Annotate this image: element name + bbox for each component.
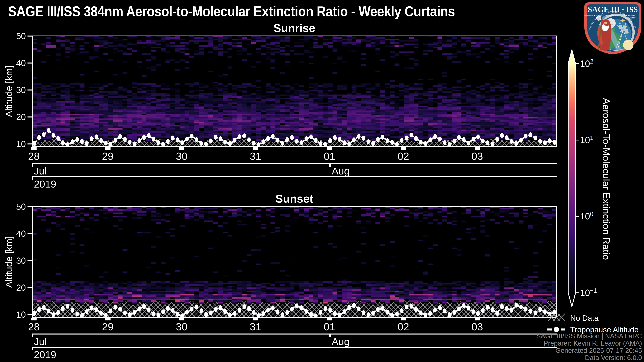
month-aug-tick — [330, 335, 331, 337]
x-day-tick — [31, 318, 36, 321]
x-day-tick — [253, 147, 258, 150]
x-day-tick-label: 30 — [166, 150, 197, 162]
y-tick-label: 30 — [2, 256, 26, 266]
page-title: SAGE III/ISS 384nm Aerosol-to-Molecular … — [8, 3, 455, 19]
x-day-tick — [179, 147, 184, 150]
y-tick-label: 30 — [2, 85, 26, 95]
x-day-tick — [31, 147, 36, 150]
sunset-heatmap — [32, 206, 557, 318]
x-day-tick-label: 01 — [314, 321, 344, 333]
x-day-tick — [179, 318, 184, 321]
colorbar-tick-label: 10−1 — [580, 287, 597, 298]
x-day-tick-label: 31 — [240, 150, 271, 162]
sunset-panel-title: Sunset — [32, 192, 557, 205]
x-day-tick-label: 29 — [93, 150, 123, 162]
no-data-legend-label: No Data — [570, 314, 598, 323]
y-tick-label: 50 — [2, 202, 26, 212]
year-axis-line — [32, 176, 557, 177]
credits-block: SAGE III/ISS Mission | NASA LaRCPreparer… — [536, 333, 642, 361]
x-day-tick-label: 03 — [462, 150, 492, 162]
x-day-tick-label: 03 — [462, 321, 492, 333]
y-tick — [28, 314, 32, 315]
x-day-tick-label: 29 — [93, 321, 123, 333]
colorbar-tick-label: 101 — [580, 134, 593, 145]
colorbar-ticks — [576, 64, 579, 293]
y-tick-label: 40 — [2, 229, 26, 239]
y-tick-label: 10 — [2, 310, 26, 320]
year-start-tick — [32, 177, 33, 180]
month-axis-line — [32, 334, 557, 335]
y-tick — [28, 62, 32, 63]
x-day-tick — [253, 318, 258, 321]
month-label-jul: Jul — [34, 336, 47, 348]
month-axis-line — [32, 163, 557, 164]
x-day-tick — [401, 147, 406, 150]
y-tick — [28, 35, 32, 36]
sunrise-heatmap — [32, 35, 557, 147]
x-day-tick — [105, 147, 110, 150]
colorbar-gradient-arrow — [568, 50, 576, 307]
logo-moon-crater-2 — [611, 24, 613, 25]
y-tick-label: 20 — [2, 283, 26, 293]
logo-sun — [623, 40, 634, 50]
colorbar-tick-label: 102 — [580, 58, 593, 69]
y-tick — [28, 116, 32, 117]
x-day-tick-label: 02 — [388, 321, 418, 333]
colorbar-axis-label: Aerosol-To-Molecular Extinction Ratio — [601, 70, 612, 288]
y-tick — [28, 233, 32, 234]
colorbar-tick-label: 100 — [580, 211, 593, 221]
y-tick — [28, 89, 32, 90]
colorbar — [567, 48, 602, 310]
y-tick-label: 10 — [2, 139, 26, 149]
year-axis-line — [32, 347, 557, 348]
x-day-tick-label: 28 — [19, 321, 49, 333]
mission-logo: SAGE III · ISS Stratospheric Aerosol and… — [583, 2, 642, 55]
x-day-tick-label: 31 — [240, 321, 271, 333]
x-day-tick-label: 28 — [19, 150, 49, 162]
month-label-jul: Jul — [34, 165, 47, 177]
x-day-tick — [105, 318, 110, 321]
figure-canvas: SAGE III/ISS 384nm Aerosol-to-Molecular … — [0, 0, 644, 362]
x-day-tick — [401, 318, 406, 321]
y-tick — [28, 143, 32, 144]
month-label-aug: Aug — [332, 336, 350, 348]
month-start-tick — [32, 164, 33, 167]
year-label: 2019 — [34, 349, 56, 361]
x-day-tick-label: 02 — [388, 150, 418, 162]
y-tick — [28, 287, 32, 288]
year-start-tick — [32, 348, 33, 350]
x-day-tick-label: 01 — [314, 150, 344, 162]
x-day-tick-label: 30 — [166, 321, 197, 333]
y-tick — [28, 260, 32, 261]
no-data-hatch-icon — [548, 313, 565, 322]
y-tick-label: 40 — [2, 58, 26, 68]
credit-line: Generated 2025-07-17 20:45 — [536, 347, 642, 354]
x-day-tick — [327, 318, 332, 321]
y-tick-label: 50 — [2, 31, 26, 41]
y-tick-label: 20 — [2, 112, 26, 122]
month-aug-tick — [330, 164, 331, 167]
sunrise-panel-title: Sunrise — [32, 21, 557, 34]
credit-line: Data Version: 6.0.0 — [536, 354, 642, 361]
month-label-aug: Aug — [332, 165, 350, 177]
x-day-tick — [474, 318, 480, 321]
year-label: 2019 — [34, 178, 56, 190]
x-day-tick — [327, 147, 332, 150]
month-start-tick — [32, 335, 33, 337]
y-tick — [28, 206, 32, 207]
credit-line: Preparer: Kevin R. Leavor (AMA) — [536, 340, 642, 347]
x-day-tick — [474, 147, 480, 150]
credit-line: SAGE III/ISS Mission | NASA LaRC — [536, 333, 642, 340]
